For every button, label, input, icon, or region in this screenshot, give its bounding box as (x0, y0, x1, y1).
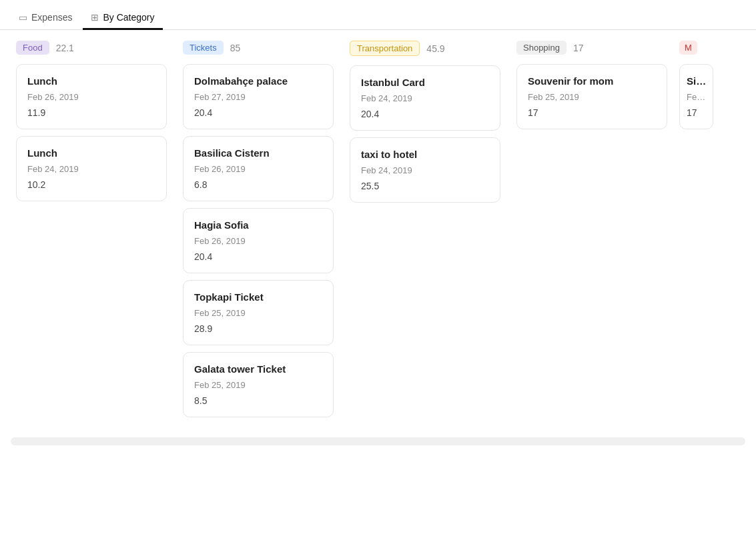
table-row[interactable]: Basilica Cistern Feb 26, 2019 6.8 (183, 136, 334, 201)
expense-amount: 25.5 (361, 181, 489, 191)
expense-amount: 20.4 (194, 107, 322, 118)
category-icon: ⊞ (91, 12, 99, 23)
column-food: Food 22.1 Lunch Feb 26, 2019 11.9 Lunch … (8, 41, 175, 208)
expense-name: Souvenir for mom (528, 75, 656, 87)
expense-name: Basilica Cistern (194, 147, 322, 159)
expense-name: Istanbul Card (361, 77, 489, 88)
column-shopping: Shopping 17 Souvenir for mom Feb 25, 201… (508, 41, 675, 136)
expense-date: Feb 24, 2019 (361, 93, 489, 103)
expense-amount: 17 (528, 107, 656, 118)
expense-name: Galata tower Ticket (194, 363, 322, 375)
tab-by-category[interactable]: ⊞ By Category (83, 7, 162, 30)
table-row[interactable]: Hagia Sofia Feb 26, 2019 20.4 (183, 208, 334, 273)
table-row[interactable]: taxi to hotel Feb 24, 2019 25.5 (350, 137, 500, 203)
table-row[interactable]: Lunch Feb 26, 2019 11.9 (16, 64, 167, 129)
expense-name: Topkapi Ticket (194, 291, 322, 303)
expense-date: Feb 26, 2019 (194, 236, 322, 246)
expense-date: Feb 27, 2019 (194, 92, 322, 102)
expense-name: Lunch (27, 147, 155, 159)
tickets-badge: Tickets (183, 41, 224, 55)
expense-amount: 20.4 (194, 251, 322, 262)
expense-name: Si… (687, 75, 706, 87)
tab-expenses-label: Expenses (31, 12, 72, 23)
expenses-icon: ▭ (19, 12, 27, 23)
expense-date: Feb 26, 2019 (27, 92, 155, 102)
expense-amount: 28.9 (194, 323, 322, 334)
expense-amount: 6.8 (194, 179, 322, 190)
table-row[interactable]: Istanbul Card Feb 24, 2019 20.4 (350, 65, 500, 131)
transportation-header: Transportation 45.9 (350, 41, 500, 56)
misc-header: M (679, 41, 713, 55)
expense-date: Feb 25, 2019 (194, 380, 322, 390)
expense-amount: 20.4 (361, 109, 489, 119)
expense-amount: 11.9 (27, 107, 155, 118)
transportation-badge: Transportation (350, 41, 420, 56)
misc-badge: M (679, 41, 697, 55)
top-navigation: ▭ Expenses ⊞ By Category (0, 0, 756, 30)
table-row[interactable]: Si… Fe… 17 (679, 64, 713, 129)
shopping-total: 17 (573, 43, 584, 53)
expense-name: Lunch (27, 75, 155, 87)
tab-expenses[interactable]: ▭ Expenses (11, 7, 80, 30)
table-row[interactable]: Dolmabahçe palace Feb 27, 2019 20.4 (183, 64, 334, 129)
tab-by-category-label: By Category (103, 12, 154, 23)
expense-date: Feb 24, 2019 (27, 164, 155, 174)
shopping-header: Shopping 17 (516, 41, 667, 55)
column-misc-partial: M Si… Fe… 17 (675, 41, 717, 136)
expense-amount: 8.5 (194, 395, 322, 406)
column-transportation: Transportation 45.9 Istanbul Card Feb 24… (342, 41, 508, 209)
expense-date: Feb 25, 2019 (194, 308, 322, 318)
expense-amount: 10.2 (27, 179, 155, 190)
expense-name: taxi to hotel (361, 149, 489, 160)
expense-date: Feb 26, 2019 (194, 164, 322, 174)
expense-name: Dolmabahçe palace (194, 75, 322, 87)
tickets-header: Tickets 85 (183, 41, 334, 55)
column-tickets: Tickets 85 Dolmabahçe palace Feb 27, 201… (175, 41, 342, 424)
expense-name: Hagia Sofia (194, 219, 322, 231)
food-header: Food 22.1 (16, 41, 167, 55)
columns-area: Food 22.1 Lunch Feb 26, 2019 11.9 Lunch … (0, 30, 756, 435)
table-row[interactable]: Souvenir for mom Feb 25, 2019 17 (516, 64, 667, 129)
table-row[interactable]: Topkapi Ticket Feb 25, 2019 28.9 (183, 280, 334, 345)
expense-amount: 17 (687, 107, 706, 118)
table-row[interactable]: Galata tower Ticket Feb 25, 2019 8.5 (183, 352, 334, 417)
expense-date: Fe… (687, 92, 706, 102)
table-row[interactable]: Lunch Feb 24, 2019 10.2 (16, 136, 167, 201)
tickets-total: 85 (230, 43, 241, 53)
shopping-badge: Shopping (516, 41, 566, 55)
food-badge: Food (16, 41, 49, 55)
expense-date: Feb 24, 2019 (361, 165, 489, 175)
horizontal-scrollbar[interactable] (11, 437, 745, 445)
transportation-total: 45.9 (426, 43, 444, 54)
food-total: 22.1 (56, 43, 74, 53)
expense-date: Feb 25, 2019 (528, 92, 656, 102)
